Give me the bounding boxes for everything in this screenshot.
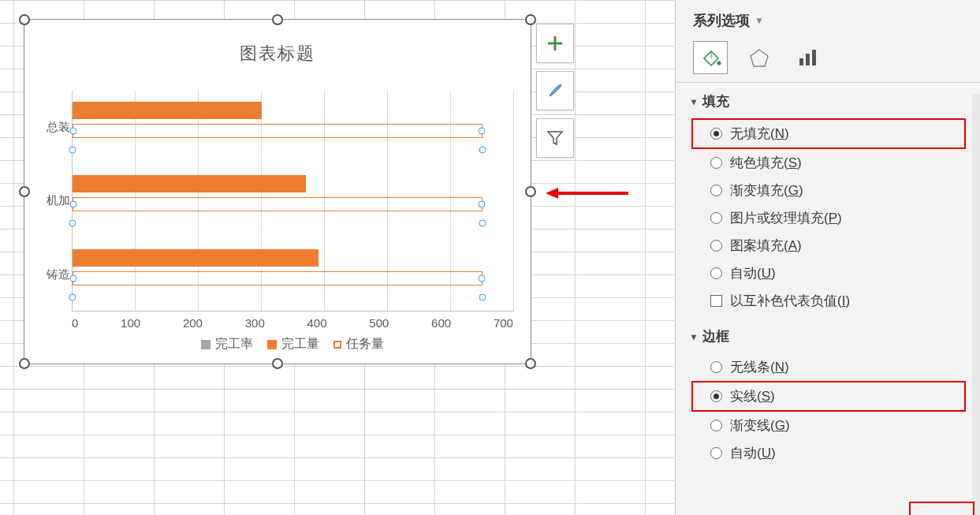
radio-icon: [710, 267, 722, 279]
section-title: 边框: [702, 327, 729, 345]
radio-solid-line[interactable]: 实线(S): [691, 381, 966, 412]
option-label: 自动(U): [730, 444, 776, 462]
radio-no-fill[interactable]: 无填充(N): [691, 118, 966, 149]
x-tick: 700: [494, 316, 513, 330]
legend-item[interactable]: 完工量: [267, 336, 319, 353]
x-axis-labels: 0 100 200 300 400 500 600 700: [72, 316, 513, 330]
pane-scrollbar[interactable]: [972, 95, 980, 515]
legend-swatch-icon: [267, 340, 277, 349]
chart-filter-button[interactable]: [536, 118, 574, 158]
radio-picture-fill[interactable]: 图片或纹理填充(P): [691, 204, 966, 232]
x-tick: 600: [431, 316, 451, 330]
option-label: 渐变线(G): [730, 416, 790, 435]
bar-group[interactable]: [72, 164, 513, 237]
legend-label: 完工量: [281, 336, 319, 353]
tab-series-options[interactable]: [791, 41, 825, 74]
option-label: 实线(S): [730, 387, 775, 405]
legend-swatch-icon: [333, 341, 341, 349]
svg-marker-1: [546, 188, 558, 199]
option-label: 渐变填充(G): [730, 181, 803, 200]
x-tick: 300: [245, 316, 265, 330]
option-label: 纯色填充(S): [730, 154, 802, 172]
option-label: 图案填充(A): [730, 237, 802, 255]
chart-styles-button[interactable]: [536, 71, 574, 110]
option-label: 自动(U): [730, 264, 776, 282]
brush-icon: [546, 81, 565, 100]
chart-title[interactable]: 图表标题: [32, 42, 523, 65]
spreadsheet-grid[interactable]: 图表标题 总装 机加 铸造: [0, 0, 674, 515]
radio-auto-fill[interactable]: 自动(U): [691, 259, 966, 287]
pane-header[interactable]: 系列选项 ▼: [676, 0, 980, 38]
bar-series-task[interactable]: [73, 271, 483, 285]
svg-rect-6: [812, 50, 816, 65]
add-chart-element-button[interactable]: [536, 24, 574, 63]
y-axis-labels: 总装 机加 铸造: [40, 91, 70, 312]
section-border: ▾ 边框 无线条(N) 实线(S) 渐变线(G) 自动(U): [676, 318, 980, 470]
bar-series-rate[interactable]: [73, 143, 483, 157]
bar-series-completed[interactable]: [73, 249, 319, 267]
option-label: 无填充(N): [730, 125, 789, 143]
section-fill: ▾ 填充 无填充(N) 纯色填充(S) 渐变填充(G) 图片或纹理填充(P) 图…: [676, 83, 980, 318]
bar-series-rate[interactable]: [73, 290, 483, 304]
option-label: 以互补色代表负值(I): [730, 292, 850, 310]
svg-rect-4: [799, 58, 803, 65]
x-tick: 400: [307, 316, 327, 330]
radio-icon: [710, 361, 722, 373]
legend-item[interactable]: 任务量: [333, 336, 384, 353]
pane-title: 系列选项: [693, 11, 750, 30]
section-header-fill[interactable]: ▾ 填充: [691, 92, 966, 110]
radio-icon: [710, 157, 722, 169]
radio-solid-fill[interactable]: 纯色填充(S): [691, 149, 966, 177]
y-label: 铸造: [47, 238, 70, 312]
legend-label: 任务量: [346, 336, 384, 353]
svg-point-2: [717, 62, 721, 65]
bar-series-completed[interactable]: [73, 175, 306, 192]
paint-bucket-icon: [699, 47, 721, 68]
option-label: 无线条(N): [730, 358, 789, 376]
tab-effects[interactable]: [742, 41, 777, 74]
y-label: 机加: [47, 164, 70, 237]
legend-item[interactable]: 完工率: [201, 336, 253, 353]
chart-legend[interactable]: 完工率 完工量 任务量: [72, 336, 513, 353]
y-label: 总装: [47, 91, 70, 164]
x-tick: 500: [369, 316, 389, 330]
radio-auto-line[interactable]: 自动(U): [691, 439, 966, 467]
legend-swatch-icon: [201, 340, 211, 349]
chevron-down-icon: ▾: [691, 331, 696, 342]
radio-no-line[interactable]: 无线条(N): [691, 353, 966, 381]
pane-tabs: [676, 38, 980, 83]
bar-series-task[interactable]: [73, 197, 483, 211]
chart-element-tools: [536, 24, 574, 158]
radio-icon: [710, 390, 722, 402]
bar-group[interactable]: [72, 91, 513, 164]
bar-group[interactable]: [72, 238, 513, 312]
radio-icon: [710, 185, 722, 196]
radio-gradient-fill[interactable]: 渐变填充(G): [691, 177, 966, 204]
annotation-arrow-icon: [546, 188, 628, 199]
svg-marker-3: [751, 50, 768, 66]
annotation-box-icon: [909, 502, 974, 515]
bar-series-rate[interactable]: [73, 216, 483, 230]
x-tick: 100: [121, 316, 140, 330]
plot-area[interactable]: 总装 机加 铸造: [72, 91, 513, 312]
section-header-border[interactable]: ▾ 边框: [691, 327, 966, 345]
tab-fill-line[interactable]: [693, 41, 728, 74]
section-title: 填充: [702, 92, 729, 110]
dropdown-caret-icon: ▼: [755, 15, 764, 26]
x-tick: 0: [72, 316, 78, 330]
checkbox-icon: [710, 295, 722, 307]
checkbox-invert-negative[interactable]: 以互补色代表负值(I): [691, 287, 966, 315]
chart-object[interactable]: 图表标题 总装 机加 铸造: [24, 19, 531, 364]
radio-gradient-line[interactable]: 渐变线(G): [691, 412, 966, 439]
bar-series-completed[interactable]: [73, 102, 262, 119]
radio-icon: [710, 128, 722, 140]
radio-pattern-fill[interactable]: 图案填充(A): [691, 232, 966, 259]
bar-series-task[interactable]: [73, 124, 483, 138]
format-series-pane: 系列选项 ▼ ▾ 填充 无填充(N) 纯色填充(S) 渐变填充(G): [675, 0, 980, 515]
filter-icon: [546, 129, 564, 147]
legend-label: 完工率: [215, 336, 253, 353]
chevron-down-icon: ▾: [691, 96, 696, 107]
radio-icon: [710, 212, 722, 224]
svg-rect-5: [806, 54, 810, 65]
radio-icon: [710, 420, 722, 431]
